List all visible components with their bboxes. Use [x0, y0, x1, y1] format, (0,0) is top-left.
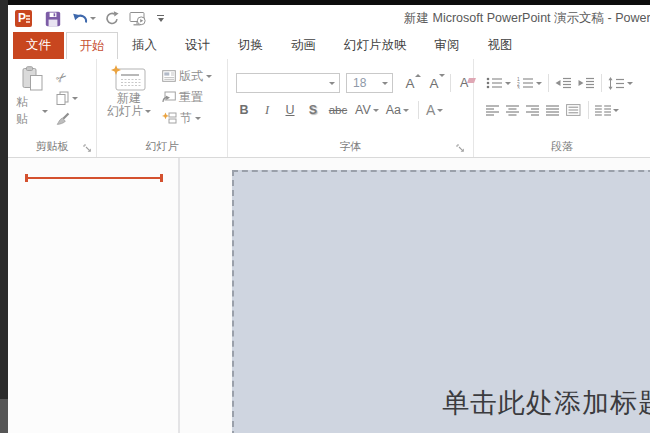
- justify-icon: [546, 105, 560, 116]
- increase-indent-icon: [578, 77, 595, 89]
- reset-label: 重置: [179, 89, 203, 106]
- decrease-indent-button[interactable]: [555, 77, 572, 89]
- tab-design[interactable]: 设计: [171, 32, 224, 59]
- justify-button[interactable]: [546, 105, 560, 116]
- quick-access-toolbar: [8, 5, 164, 32]
- shrink-font-button[interactable]: A: [427, 76, 441, 91]
- align-center-icon: [506, 105, 520, 116]
- tab-slideshow[interactable]: 幻灯片放映: [330, 32, 421, 59]
- new-slide-button[interactable]: 新建 幻灯片: [105, 65, 153, 126]
- title-placeholder[interactable]: 单击此处添加标题: [232, 170, 650, 433]
- section-button[interactable]: 节: [162, 110, 212, 126]
- align-right-button[interactable]: [526, 105, 540, 116]
- paste-label: 粘贴: [16, 94, 39, 128]
- titlebar: 新建 Microsoft PowerPoint 演示文稿 - PowerPoin…: [8, 5, 650, 32]
- numbering-icon: 123: [517, 77, 534, 89]
- shrink-font-icon: A: [429, 76, 438, 91]
- change-case-button[interactable]: Aa: [386, 103, 409, 117]
- section-label: 节: [180, 110, 192, 127]
- grow-font-button[interactable]: A: [403, 76, 417, 91]
- selected-slide-thumbnail[interactable]: [26, 177, 162, 179]
- tab-file[interactable]: 文件: [13, 32, 64, 59]
- slide-thumbnail-pane[interactable]: [8, 158, 180, 433]
- group-slides: 新建 幻灯片 版式: [97, 59, 228, 157]
- redo-button[interactable]: [105, 7, 120, 31]
- font-size-value: 18: [347, 76, 366, 90]
- undo-dropdown[interactable]: [90, 7, 96, 31]
- character-spacing-button[interactable]: AV: [355, 103, 379, 117]
- presentation-screen-icon: [129, 11, 147, 27]
- tab-animations[interactable]: 动画: [277, 32, 330, 59]
- distribute-text-icon: [566, 104, 581, 116]
- format-painter-button[interactable]: [56, 110, 78, 128]
- powerpoint-window: 新建 Microsoft PowerPoint 演示文稿 - PowerPoin…: [8, 5, 650, 433]
- paste-icon: [22, 66, 43, 91]
- undo-button[interactable]: [72, 7, 89, 31]
- dialog-launcher-icon: [456, 144, 465, 153]
- bullets-button[interactable]: [486, 77, 511, 89]
- distribute-text-button[interactable]: [566, 104, 581, 116]
- new-slide-label-line2: 幻灯片: [107, 105, 143, 118]
- new-slide-icon: [111, 65, 147, 92]
- screen: 新建 Microsoft PowerPoint 演示文稿 - PowerPoin…: [0, 0, 650, 433]
- font-color-icon: A: [426, 102, 435, 118]
- paste-button[interactable]: 粘贴: [16, 66, 48, 128]
- tab-review[interactable]: 审阅: [421, 32, 474, 59]
- copy-button[interactable]: [56, 89, 78, 107]
- bold-button[interactable]: B: [236, 103, 252, 117]
- slide-editing-area[interactable]: 单击此处添加标题: [180, 158, 650, 433]
- customize-qat-button[interactable]: [157, 7, 164, 31]
- bullets-icon: [486, 77, 503, 89]
- font-size-combobox[interactable]: 18: [346, 73, 393, 93]
- title-placeholder-text: 单击此处添加标题: [442, 385, 650, 421]
- save-icon: [45, 11, 61, 27]
- line-spacing-icon: [608, 77, 625, 90]
- columns-button[interactable]: [595, 104, 619, 116]
- change-case-icon: Aa: [386, 103, 401, 117]
- copy-icon: [56, 91, 69, 105]
- align-right-icon: [526, 105, 540, 116]
- tab-view[interactable]: 视图: [474, 32, 527, 59]
- align-center-button[interactable]: [506, 105, 520, 116]
- reset-button[interactable]: 重置: [162, 89, 212, 105]
- undo-icon: [72, 12, 89, 26]
- cut-button[interactable]: ✂: [56, 68, 78, 86]
- group-label-paragraph: 段落: [474, 139, 650, 154]
- italic-button[interactable]: I: [259, 103, 275, 118]
- character-spacing-icon: AV: [355, 103, 371, 117]
- layout-label: 版式: [179, 68, 203, 85]
- decrease-indent-icon: [555, 77, 572, 89]
- group-font: 18 A A A B I U S: [228, 59, 474, 157]
- tab-insert[interactable]: 插入: [118, 32, 171, 59]
- text-shadow-button[interactable]: S: [305, 103, 321, 117]
- layout-button[interactable]: 版式: [162, 68, 212, 84]
- strikethrough-button[interactable]: abc: [328, 104, 348, 116]
- font-name-combobox[interactable]: [236, 73, 340, 93]
- powerpoint-app-icon[interactable]: [15, 10, 32, 27]
- reset-icon: [162, 91, 176, 103]
- underline-button[interactable]: U: [282, 103, 298, 117]
- group-label-slides: 幻灯片: [97, 139, 227, 154]
- start-slideshow-button[interactable]: [129, 7, 147, 31]
- format-painter-icon: [56, 112, 70, 126]
- ribbon: 粘贴 ✂: [8, 59, 650, 158]
- group-clipboard: 粘贴 ✂: [8, 59, 97, 157]
- increase-indent-button[interactable]: [578, 77, 595, 89]
- columns-icon: [595, 104, 611, 116]
- font-color-button[interactable]: A: [426, 102, 443, 118]
- clear-formatting-button[interactable]: A: [460, 76, 468, 90]
- tab-home[interactable]: 开始: [66, 32, 118, 59]
- ribbon-tab-row: 文件 开始 插入 设计 切换 动画 幻灯片放映 审阅 视图: [8, 32, 650, 59]
- align-left-icon: [486, 105, 500, 116]
- clipboard-dialog-launcher[interactable]: [82, 143, 92, 153]
- tab-transitions[interactable]: 切换: [224, 32, 277, 59]
- save-button[interactable]: [45, 7, 61, 31]
- qat-more-icon: [157, 15, 164, 17]
- numbering-button[interactable]: 123: [517, 77, 542, 89]
- line-spacing-button[interactable]: [608, 77, 633, 90]
- grow-font-icon: A: [405, 76, 414, 91]
- clear-formatting-icon: A: [460, 76, 468, 90]
- align-left-button[interactable]: [486, 105, 500, 116]
- document-area: 单击此处添加标题: [8, 158, 650, 433]
- font-dialog-launcher[interactable]: [455, 143, 465, 153]
